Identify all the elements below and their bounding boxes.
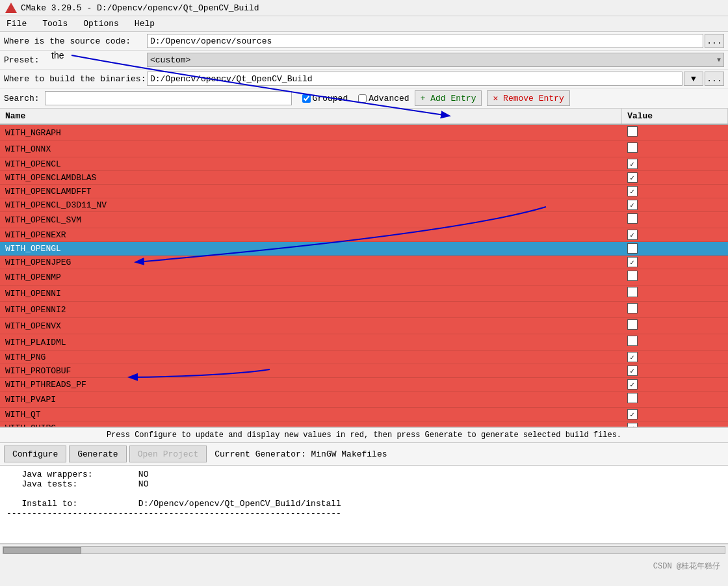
table-row[interactable]: WITH_PVAPI [0, 392, 728, 408]
row-name-cell: WITH_PROTOBUF [0, 364, 622, 378]
row-checkbox[interactable] [627, 393, 638, 403]
row-value-cell[interactable]: ✓ [622, 228, 728, 242]
table-row[interactable]: WITH_OPENCL✓ [0, 157, 728, 171]
row-checkbox[interactable]: ✓ [627, 352, 638, 362]
row-checkbox[interactable]: ✓ [627, 186, 638, 196]
row-checkbox[interactable] [627, 213, 638, 224]
row-checkbox[interactable]: ✓ [627, 423, 638, 427]
row-value-cell[interactable]: ✓ [622, 185, 728, 198]
table-row[interactable]: WITH_OPENNI2 [0, 302, 728, 318]
menu-options[interactable]: Options [79, 18, 123, 30]
source-browse-btn[interactable]: ... [705, 34, 724, 48]
row-value-cell[interactable]: ✓ [622, 256, 728, 269]
remove-entry-button[interactable]: ✕ Remove Entry [487, 90, 569, 106]
table-row[interactable]: WITH_PNG✓ [0, 351, 728, 364]
menu-bar: File Tools Options Help [0, 16, 728, 32]
row-value-cell[interactable]: ✓ [622, 198, 728, 212]
table-row[interactable]: WITH_NGRAPH [0, 124, 728, 141]
table-row[interactable]: WITH_OPENJPEG✓ [0, 256, 728, 269]
table-row[interactable]: WITH_OPENVX [0, 318, 728, 334]
row-checkbox[interactable]: ✓ [627, 230, 638, 240]
generate-button[interactable]: Generate [69, 446, 126, 462]
bottom-scrollbar[interactable] [0, 544, 728, 555]
row-value-cell[interactable] [622, 124, 728, 141]
build-browse-btn[interactable]: ... [705, 72, 724, 86]
row-value-cell[interactable]: ✓ [622, 408, 728, 421]
preset-row: Preset: <custom> ▼ [0, 51, 728, 70]
table-row[interactable]: WITH_OPENCL_D3D11_NV✓ [0, 198, 728, 212]
source-row: Where is the source code: ... [0, 32, 728, 51]
source-input[interactable] [147, 34, 703, 48]
row-checkbox[interactable] [627, 319, 638, 330]
row-checkbox[interactable] [627, 336, 638, 346]
build-label: Where to build the binaries: [4, 74, 147, 84]
grouped-checkbox[interactable] [302, 94, 311, 103]
search-input[interactable] [45, 91, 292, 105]
row-value-cell[interactable] [622, 302, 728, 318]
scrollbar-thumb[interactable] [3, 547, 81, 553]
row-name-cell: WITH_QT [0, 408, 622, 421]
open-project-button[interactable]: Open Project [129, 446, 207, 462]
table-row[interactable]: WITH_OPENCL_SVM [0, 212, 728, 228]
row-value-cell[interactable] [622, 318, 728, 334]
row-value-cell[interactable] [622, 269, 728, 286]
row-name-cell: WITH_PLAIDML [0, 334, 622, 351]
row-value-cell[interactable] [622, 212, 728, 228]
configure-button[interactable]: Configure [4, 446, 66, 462]
table-row[interactable]: WITH_ONNX [0, 141, 728, 157]
row-checkbox[interactable]: ✓ [627, 172, 638, 183]
row-checkbox[interactable]: ✓ [627, 243, 638, 254]
row-checkbox[interactable] [627, 303, 638, 313]
row-checkbox[interactable] [627, 271, 638, 281]
row-value-cell[interactable] [622, 392, 728, 408]
row-value-cell[interactable]: ✓ [622, 157, 728, 171]
row-name-cell: WITH_OPENVX [0, 318, 622, 334]
row-name-cell: WITH_NGRAPH [0, 124, 622, 141]
add-entry-button[interactable]: + Add Entry [415, 90, 482, 106]
row-value-cell[interactable] [622, 334, 728, 351]
row-name-cell: WITH_OPENCL_D3D11_NV [0, 198, 622, 212]
row-checkbox[interactable]: ✓ [627, 159, 638, 169]
row-value-cell[interactable]: ✓ [622, 242, 728, 256]
table-row[interactable]: WITH_QT✓ [0, 408, 728, 421]
row-checkbox[interactable]: ✓ [627, 257, 638, 267]
row-value-cell[interactable] [622, 286, 728, 302]
row-value-cell[interactable]: ✓ [622, 378, 728, 392]
table-row[interactable]: WITH_OPENMP [0, 269, 728, 286]
scrollbar-track[interactable] [3, 546, 725, 554]
row-checkbox[interactable]: ✓ [627, 379, 638, 390]
table-row[interactable]: WITH_OPENGL✓ [0, 242, 728, 256]
row-checkbox[interactable]: ✓ [627, 200, 638, 210]
table-row[interactable]: WITH_OPENNI [0, 286, 728, 302]
row-name-cell: WITH_OPENJPEG [0, 256, 622, 269]
table-row[interactable]: WITH_PTHREADS_PF✓ [0, 378, 728, 392]
table-row[interactable]: WITH_OPENEXR✓ [0, 228, 728, 242]
build-input[interactable] [147, 72, 682, 86]
menu-help[interactable]: Help [131, 18, 159, 30]
row-value-cell[interactable]: ✓ [622, 171, 728, 185]
row-value-cell[interactable]: ✓ [622, 351, 728, 364]
table-row[interactable]: WITH_PROTOBUF✓ [0, 364, 728, 378]
row-checkbox[interactable] [627, 142, 638, 153]
row-checkbox[interactable] [627, 126, 638, 137]
table-row[interactable]: WITH_OPENCLAMDFFT✓ [0, 185, 728, 198]
build-dropdown-btn[interactable]: ▼ [684, 72, 703, 86]
row-checkbox[interactable]: ✓ [627, 409, 638, 420]
row-checkbox[interactable] [627, 287, 638, 297]
menu-file[interactable]: File [3, 18, 31, 30]
preset-dropdown[interactable]: <custom> ▼ [147, 53, 724, 67]
advanced-label: Advanced [369, 94, 409, 103]
row-value-cell[interactable] [622, 141, 728, 157]
row-name-cell: WITH_OPENCL [0, 157, 622, 171]
row-value-cell[interactable]: ✓ [622, 421, 728, 428]
table-row[interactable]: WITH_PLAIDML [0, 334, 728, 351]
table-row[interactable]: WITH_QUIRC✓ [0, 421, 728, 428]
row-checkbox[interactable]: ✓ [627, 366, 638, 376]
advanced-checkbox-label[interactable]: Advanced [358, 94, 409, 103]
grouped-checkbox-label[interactable]: Grouped [302, 94, 348, 103]
table-row[interactable]: WITH_OPENCLAMDBLAS✓ [0, 171, 728, 185]
menu-tools[interactable]: Tools [38, 18, 72, 30]
row-value-cell[interactable]: ✓ [622, 364, 728, 378]
advanced-checkbox[interactable] [358, 94, 367, 103]
row-name-cell: WITH_OPENNI [0, 286, 622, 302]
